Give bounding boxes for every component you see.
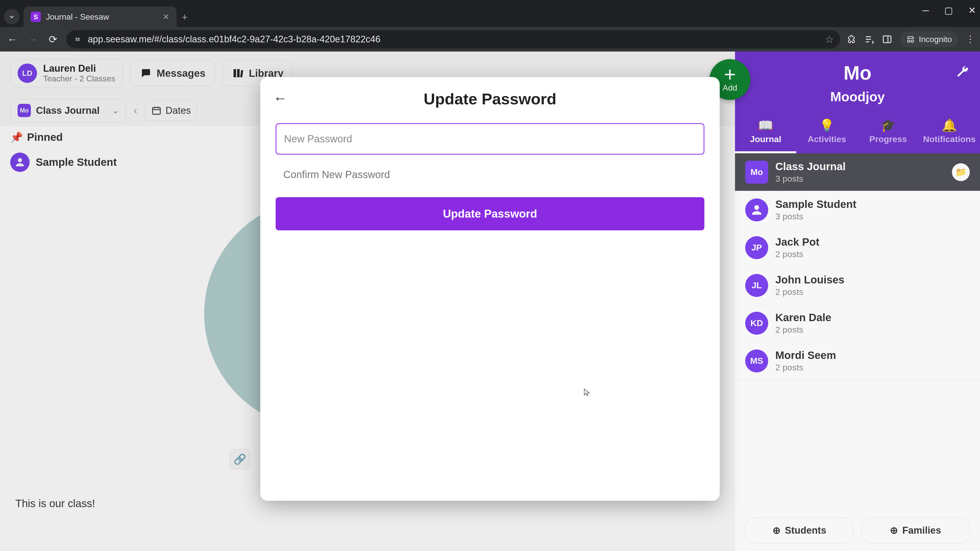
update-password-modal: ← Update Password Update Password [260, 77, 720, 501]
tab-close-icon[interactable]: ✕ [162, 12, 169, 22]
browser-titlebar: S Journal - Seesaw ✕ + ─ ▢ ✕ [0, 0, 980, 27]
tab-title: Journal - Seesaw [46, 12, 158, 22]
minimize-icon[interactable]: ─ [922, 5, 929, 16]
confirm-password-input[interactable] [275, 160, 704, 189]
extensions-icon[interactable] [846, 34, 856, 44]
maximize-icon[interactable]: ▢ [944, 5, 953, 16]
browser-tab[interactable]: S Journal - Seesaw ✕ [24, 6, 177, 27]
modal-title: Update Password [275, 90, 704, 108]
modal-back-button[interactable]: ← [273, 90, 287, 106]
tab-search-dropdown[interactable] [4, 9, 19, 24]
browser-menu-icon[interactable]: ⋮ [966, 34, 975, 44]
back-button[interactable]: ← [5, 32, 19, 46]
tab-favicon: S [30, 12, 41, 22]
browser-toolbar: ← → ⟳ app.seesaw.me/#/class/class.e01bf4… [0, 27, 980, 52]
bookmark-star-icon[interactable]: ☆ [825, 33, 834, 45]
incognito-icon [906, 35, 915, 44]
forward-button[interactable]: → [25, 32, 40, 46]
site-settings-icon[interactable] [73, 34, 83, 44]
incognito-label: Incognito [919, 35, 952, 44]
new-password-input[interactable] [275, 123, 704, 155]
chevron-down-icon [8, 13, 15, 21]
media-control-icon[interactable] [864, 34, 874, 44]
new-tab-button[interactable]: + [182, 11, 188, 27]
incognito-indicator[interactable]: Incognito [900, 32, 958, 47]
modal-overlay[interactable]: ← Update Password Update Password [0, 52, 980, 551]
svg-rect-0 [883, 36, 891, 43]
update-password-button[interactable]: Update Password [275, 197, 704, 230]
address-bar[interactable]: app.seesaw.me/#/class/class.e01bf4c2-9a2… [66, 30, 840, 48]
url-text: app.seesaw.me/#/class/class.e01bf4c2-9a2… [88, 34, 820, 44]
reload-button[interactable]: ⟳ [46, 32, 60, 46]
close-window-icon[interactable]: ✕ [968, 5, 976, 16]
sidepanel-icon[interactable] [882, 34, 892, 44]
